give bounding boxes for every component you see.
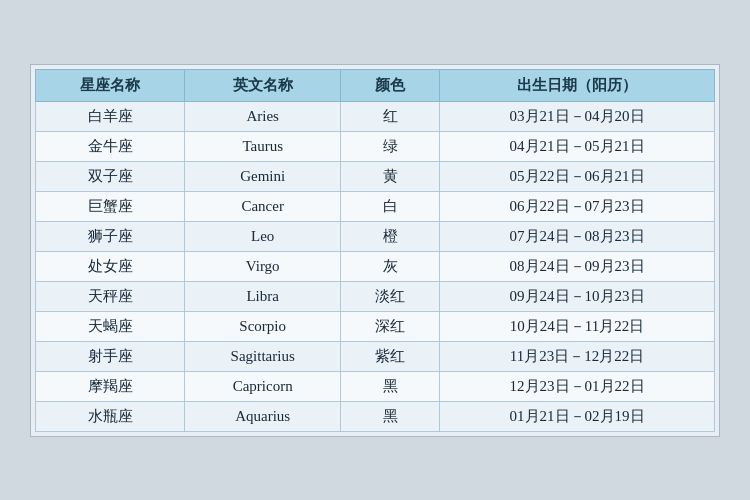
table-row: 天秤座Libra淡红09月24日－10月23日: [36, 281, 715, 311]
cell-english: Libra: [185, 281, 341, 311]
cell-dates: 05月22日－06月21日: [440, 161, 715, 191]
cell-english: Gemini: [185, 161, 341, 191]
cell-color: 灰: [341, 251, 440, 281]
cell-dates: 03月21日－04月20日: [440, 101, 715, 131]
cell-color: 绿: [341, 131, 440, 161]
cell-english: Scorpio: [185, 311, 341, 341]
table-row: 天蝎座Scorpio深红10月24日－11月22日: [36, 311, 715, 341]
cell-dates: 09月24日－10月23日: [440, 281, 715, 311]
table-row: 巨蟹座Cancer白06月22日－07月23日: [36, 191, 715, 221]
cell-color: 橙: [341, 221, 440, 251]
cell-color: 黄: [341, 161, 440, 191]
cell-dates: 08月24日－09月23日: [440, 251, 715, 281]
cell-dates: 07月24日－08月23日: [440, 221, 715, 251]
cell-chinese: 狮子座: [36, 221, 185, 251]
cell-chinese: 射手座: [36, 341, 185, 371]
cell-english: Taurus: [185, 131, 341, 161]
cell-english: Virgo: [185, 251, 341, 281]
cell-chinese: 双子座: [36, 161, 185, 191]
cell-chinese: 白羊座: [36, 101, 185, 131]
zodiac-table: 星座名称 英文名称 颜色 出生日期（阳历） 白羊座Aries红03月21日－04…: [35, 69, 715, 432]
cell-dates: 01月21日－02月19日: [440, 401, 715, 431]
cell-chinese: 天蝎座: [36, 311, 185, 341]
cell-dates: 06月22日－07月23日: [440, 191, 715, 221]
cell-english: Leo: [185, 221, 341, 251]
table-row: 双子座Gemini黄05月22日－06月21日: [36, 161, 715, 191]
cell-chinese: 金牛座: [36, 131, 185, 161]
cell-chinese: 天秤座: [36, 281, 185, 311]
cell-dates: 12月23日－01月22日: [440, 371, 715, 401]
table-row: 处女座Virgo灰08月24日－09月23日: [36, 251, 715, 281]
cell-chinese: 巨蟹座: [36, 191, 185, 221]
header-english: 英文名称: [185, 69, 341, 101]
zodiac-table-container: 星座名称 英文名称 颜色 出生日期（阳历） 白羊座Aries红03月21日－04…: [30, 64, 720, 437]
cell-chinese: 水瓶座: [36, 401, 185, 431]
header-dates: 出生日期（阳历）: [440, 69, 715, 101]
cell-color: 深红: [341, 311, 440, 341]
table-row: 金牛座Taurus绿04月21日－05月21日: [36, 131, 715, 161]
header-color: 颜色: [341, 69, 440, 101]
cell-color: 淡红: [341, 281, 440, 311]
header-chinese: 星座名称: [36, 69, 185, 101]
cell-color: 白: [341, 191, 440, 221]
cell-color: 黑: [341, 371, 440, 401]
table-row: 摩羯座Capricorn黑12月23日－01月22日: [36, 371, 715, 401]
table-body: 白羊座Aries红03月21日－04月20日金牛座Taurus绿04月21日－0…: [36, 101, 715, 431]
cell-english: Sagittarius: [185, 341, 341, 371]
cell-english: Aquarius: [185, 401, 341, 431]
cell-dates: 04月21日－05月21日: [440, 131, 715, 161]
cell-english: Aries: [185, 101, 341, 131]
cell-color: 紫红: [341, 341, 440, 371]
cell-dates: 11月23日－12月22日: [440, 341, 715, 371]
cell-color: 红: [341, 101, 440, 131]
cell-english: Cancer: [185, 191, 341, 221]
table-row: 水瓶座Aquarius黑01月21日－02月19日: [36, 401, 715, 431]
table-row: 狮子座Leo橙07月24日－08月23日: [36, 221, 715, 251]
cell-chinese: 摩羯座: [36, 371, 185, 401]
table-row: 白羊座Aries红03月21日－04月20日: [36, 101, 715, 131]
cell-chinese: 处女座: [36, 251, 185, 281]
table-header-row: 星座名称 英文名称 颜色 出生日期（阳历）: [36, 69, 715, 101]
cell-english: Capricorn: [185, 371, 341, 401]
cell-dates: 10月24日－11月22日: [440, 311, 715, 341]
cell-color: 黑: [341, 401, 440, 431]
table-row: 射手座Sagittarius紫红11月23日－12月22日: [36, 341, 715, 371]
